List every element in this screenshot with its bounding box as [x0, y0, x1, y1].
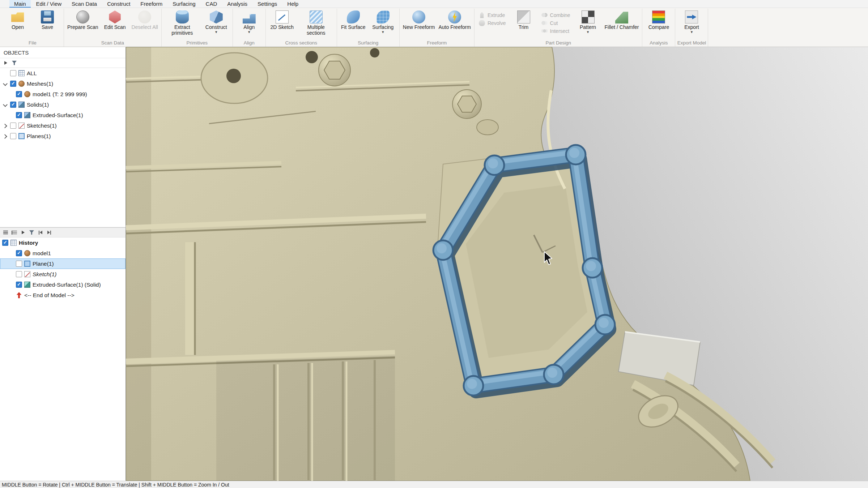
history-item-end-of-model[interactable]: <-- End of Model -->: [0, 290, 125, 300]
ribbon-group-primitives: Extract primitives Construct Primitives: [162, 9, 233, 47]
checkbox[interactable]: [10, 123, 16, 129]
checkbox[interactable]: [16, 250, 22, 256]
2d-sketch-button[interactable]: 2D Sketch: [268, 9, 297, 30]
tree-item-planes[interactable]: Planes(1): [0, 131, 125, 141]
chevron-down-icon[interactable]: [2, 102, 8, 108]
fit-surface-button[interactable]: Fit Surface: [339, 9, 368, 30]
menu-settings[interactable]: Settings: [253, 0, 282, 8]
ribbon-group-freeform: New Freeform Auto Freeform Freeform: [400, 9, 475, 47]
surfacing-button[interactable]: Surfacing: [369, 9, 397, 34]
intersect-button[interactable]: Intersect: [540, 27, 572, 34]
checkbox[interactable]: [16, 112, 22, 118]
edit-scan-button[interactable]: Edit Scan: [101, 9, 129, 30]
checkbox[interactable]: [16, 282, 22, 288]
fillet-chamfer-button[interactable]: Fillet / Chamfer: [603, 9, 641, 30]
play-icon[interactable]: [19, 229, 27, 236]
checkbox[interactable]: [10, 133, 16, 139]
compare-icon: [652, 10, 665, 23]
checkbox[interactable]: [10, 70, 16, 76]
play-icon[interactable]: [2, 59, 9, 67]
tree-item-all[interactable]: ALL: [0, 68, 125, 78]
chevron-down-icon: [248, 30, 250, 34]
extract-primitives-icon: [176, 10, 189, 23]
ribbon-group-cross-sections: 2D Sketch Multiple sections Cross sectio…: [266, 9, 337, 47]
ribbon-toolbar: Open Save File Prepare Scan Edit Scan: [0, 8, 868, 47]
mesh-icon: [24, 250, 30, 256]
table-icon: [10, 240, 17, 246]
list-view-icon[interactable]: [2, 229, 9, 236]
multiple-sections-icon: [310, 10, 323, 23]
menu-cad[interactable]: CAD: [201, 0, 222, 8]
table-icon: [18, 70, 25, 76]
checkbox[interactable]: [16, 271, 22, 277]
revolve-button[interactable]: Revolve: [477, 20, 508, 26]
history-item-extruded-surface[interactable]: Extruded-Surface(1) (Solid): [0, 279, 125, 290]
ribbon-group-analysis: Compare Analysis: [642, 9, 675, 47]
tree-item-meshes[interactable]: Meshes(1): [0, 78, 125, 89]
chevron-right-icon[interactable]: [2, 133, 8, 139]
tree-item-solids[interactable]: Solids(1): [0, 99, 125, 110]
extrude-button[interactable]: Extrude: [477, 12, 508, 18]
trim-icon: [517, 10, 530, 23]
new-freeform-button[interactable]: New Freeform: [401, 9, 437, 30]
menu-scan-data[interactable]: Scan Data: [67, 0, 102, 8]
checkbox[interactable]: [10, 81, 16, 87]
sketch-icon: [24, 271, 30, 277]
chevron-right-icon[interactable]: [2, 123, 8, 129]
tree-view-icon[interactable]: [10, 229, 18, 236]
auto-freeform-button[interactable]: Auto Freeform: [437, 9, 472, 30]
history-item-history[interactable]: History: [0, 237, 125, 248]
tree-item-extruded-surface[interactable]: Extruded-Surface(1): [0, 110, 125, 120]
objects-tree: ALL Meshes(1) model1 (T: 2 999 999): [0, 68, 125, 227]
history-panel-toolbar: [0, 227, 125, 237]
menu-help[interactable]: Help: [282, 0, 303, 8]
extract-primitives-button[interactable]: Extract primitives: [163, 9, 201, 36]
menu-surfacing[interactable]: Surfacing: [168, 0, 200, 8]
history-item-plane[interactable]: Plane(1): [0, 258, 125, 269]
align-button[interactable]: Align: [235, 9, 264, 34]
3d-viewport[interactable]: [126, 47, 868, 481]
chevron-down-icon: [587, 30, 589, 34]
menu-construct[interactable]: Construct: [102, 0, 135, 8]
construct-button[interactable]: Construct: [202, 9, 231, 34]
menu-edit-view[interactable]: Edit / View: [31, 0, 67, 8]
export-button[interactable]: Export: [677, 9, 706, 34]
trim-button[interactable]: Trim: [509, 9, 538, 30]
filter-icon[interactable]: [28, 229, 35, 236]
construct-icon: [210, 10, 223, 23]
combine-button[interactable]: Combine: [540, 12, 572, 18]
pattern-icon: [582, 10, 595, 23]
menu-freeform[interactable]: Freeform: [136, 0, 167, 8]
skip-last-icon[interactable]: [45, 229, 53, 236]
save-button[interactable]: Save: [33, 9, 62, 30]
history-item-model1[interactable]: model1: [0, 248, 125, 258]
compare-button[interactable]: Compare: [644, 9, 673, 30]
viewport-canvas[interactable]: [126, 47, 868, 481]
prepare-scan-icon: [76, 10, 89, 23]
checkbox[interactable]: [2, 240, 8, 246]
deselect-all-icon: [138, 10, 151, 23]
chevron-down-icon[interactable]: [2, 81, 8, 87]
tree-item-sketches[interactable]: Sketches(1): [0, 120, 125, 131]
pattern-button[interactable]: Pattern: [574, 9, 603, 34]
deselect-all-button[interactable]: Deselect All: [130, 9, 159, 30]
menu-analysis[interactable]: Analysis: [222, 0, 252, 8]
tree-item-model1[interactable]: model1 (T: 2 999 999): [0, 89, 125, 99]
plane-icon: [24, 261, 30, 267]
skip-first-icon[interactable]: [37, 229, 44, 236]
history-item-sketch[interactable]: Sketch(1): [0, 269, 125, 279]
2d-sketch-icon: [276, 10, 289, 23]
revolve-icon: [479, 20, 485, 26]
checkbox[interactable]: [16, 261, 22, 267]
checkbox[interactable]: [10, 102, 16, 108]
open-button[interactable]: Open: [3, 9, 32, 30]
chevron-down-icon: [215, 30, 217, 34]
new-freeform-icon: [412, 10, 425, 23]
menu-main[interactable]: Main: [9, 0, 31, 8]
checkbox[interactable]: [16, 91, 22, 97]
prepare-scan-button[interactable]: Prepare Scan: [66, 9, 100, 30]
multiple-sections-button[interactable]: Multiple sections: [297, 9, 335, 36]
filter-icon[interactable]: [10, 59, 18, 67]
cut-button[interactable]: Cut: [540, 20, 572, 26]
mesh-icon: [18, 81, 25, 87]
